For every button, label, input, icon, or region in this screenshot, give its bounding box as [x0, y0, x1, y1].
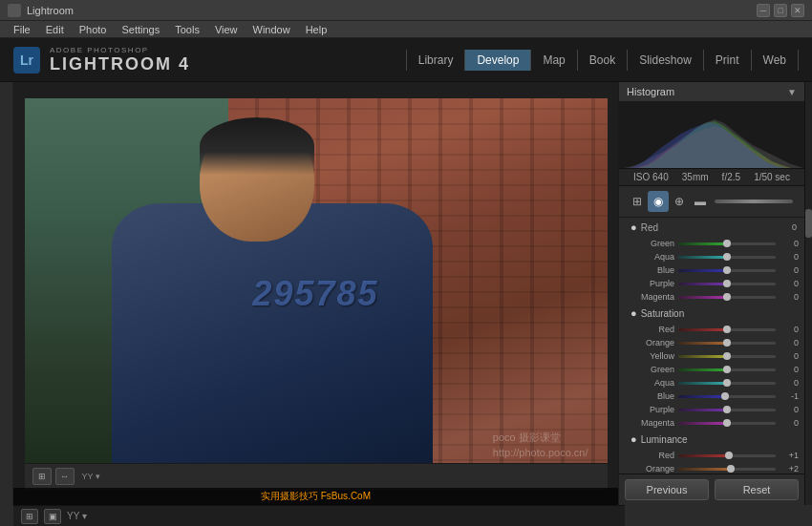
- tab-map[interactable]: Map: [531, 50, 577, 71]
- histogram-title: Histogram: [627, 86, 674, 97]
- poco-line1: poco 摄影课堂: [493, 430, 588, 446]
- hue-red-value: 0: [792, 222, 797, 232]
- zoom-button[interactable]: ⊞: [32, 468, 52, 485]
- view-label: YY ▾: [67, 511, 87, 521]
- hue-purple-slider[interactable]: [678, 283, 776, 285]
- sat-magenta-row: Magenta 0: [619, 416, 804, 430]
- hue-magenta-row: Magenta 0: [619, 290, 804, 304]
- grid-view-button[interactable]: ⊞: [21, 509, 38, 524]
- hue-blue-slider[interactable]: [678, 269, 776, 272]
- histogram-toggle[interactable]: ▼: [787, 87, 797, 97]
- sat-yellow-slider[interactable]: [678, 355, 776, 358]
- sat-blue-value: -1: [780, 391, 799, 401]
- hue-green-slider[interactable]: [678, 242, 776, 245]
- circle-icon[interactable]: ◉: [648, 191, 669, 212]
- brand-main-label: LIGHTROOM 4: [50, 54, 190, 74]
- sat-aqua-row: Aqua 0: [619, 376, 804, 389]
- hue-aqua-value: 0: [780, 252, 799, 262]
- hue-green-value: 0: [780, 239, 799, 248]
- tab-slideshow[interactable]: Slideshow: [628, 50, 704, 71]
- nav-tabs: Library Develop Map Book Slideshow Print…: [406, 50, 799, 71]
- lum-orange-value: +2: [780, 464, 799, 473]
- menu-edit[interactable]: Edit: [38, 24, 72, 35]
- sat-green-slider[interactable]: [678, 368, 776, 371]
- window-controls: ─ □ ✕: [757, 4, 804, 17]
- menu-window[interactable]: Window: [246, 24, 298, 35]
- sliders-icon[interactable]: ▬: [690, 191, 711, 212]
- previous-button[interactable]: Previous: [625, 479, 709, 500]
- main-slider[interactable]: [715, 200, 793, 203]
- menu-tools[interactable]: Tools: [167, 24, 207, 35]
- lum-orange-label: Orange: [625, 464, 674, 473]
- left-panel: [0, 82, 13, 505]
- header-bar: Lr ADOBE PHOTOSHOP LIGHTROOM 4 Library D…: [0, 38, 812, 82]
- tab-library[interactable]: Library: [406, 50, 466, 71]
- restore-button[interactable]: □: [774, 4, 787, 17]
- hue-toggle-icon: ●: [630, 221, 637, 233]
- hue-blue-value: 0: [780, 265, 799, 275]
- sat-aqua-slider[interactable]: [678, 382, 776, 385]
- menu-settings[interactable]: Settings: [114, 24, 167, 35]
- sat-blue-slider[interactable]: [678, 395, 776, 398]
- hue-aqua-slider[interactable]: [678, 256, 776, 259]
- sat-red-row: Red 0: [619, 323, 804, 336]
- zoom-value: YY ▾: [82, 472, 100, 481]
- sat-magenta-slider[interactable]: [678, 422, 776, 425]
- tab-book[interactable]: Book: [578, 50, 628, 71]
- sat-red-slider[interactable]: [678, 328, 776, 331]
- scrollbar-thumb[interactable]: [805, 209, 812, 238]
- hue-purple-label: Purple: [625, 279, 674, 288]
- hue-purple-value: 0: [780, 279, 799, 288]
- target-icon[interactable]: ⊕: [669, 191, 690, 212]
- hue-magenta-value: 0: [780, 292, 799, 302]
- lum-red-row: Red +1: [619, 449, 804, 462]
- poco-line2: http://photo.poco.cn/: [493, 445, 588, 461]
- luminance-toggle-icon: ●: [630, 433, 637, 445]
- photo-person-hair: [200, 117, 314, 175]
- hue-green-row: Green 0: [619, 237, 804, 250]
- sat-blue-label: Blue: [625, 391, 674, 401]
- menu-view[interactable]: View: [207, 24, 246, 35]
- loupe-view-button[interactable]: ▣: [44, 509, 61, 524]
- tab-web[interactable]: Web: [752, 50, 799, 71]
- fsbuscom-label: 实用摄影技巧 FsBus.CoM: [13, 488, 618, 505]
- sat-yellow-label: Yellow: [625, 351, 674, 361]
- hue-purple-row: Purple 0: [619, 277, 804, 290]
- poco-watermark: poco 摄影课堂 http://photo.poco.cn/: [493, 430, 588, 461]
- lr-badge: Lr: [13, 47, 40, 74]
- menu-file[interactable]: File: [6, 24, 38, 35]
- sat-orange-label: Orange: [625, 338, 674, 347]
- exif-aperture: f/2.5: [722, 172, 740, 182]
- luminance-section-header[interactable]: ● Luminance: [619, 430, 804, 449]
- sat-purple-label: Purple: [625, 405, 674, 414]
- hue-green-label: Green: [625, 239, 674, 248]
- status-bar: ⊞ ▣ YY ▾: [13, 505, 625, 526]
- hue-section-header[interactable]: ● Red 0: [619, 218, 804, 237]
- right-scrollbar[interactable]: [804, 82, 812, 505]
- grid-icon[interactable]: ⊞: [627, 191, 648, 212]
- hue-magenta-slider[interactable]: [678, 296, 776, 299]
- luminance-label: Luminance: [641, 434, 688, 445]
- menu-help[interactable]: Help: [298, 24, 335, 35]
- saturation-section-header[interactable]: ● Saturation: [619, 304, 804, 323]
- close-button[interactable]: ✕: [791, 4, 804, 17]
- sat-purple-slider[interactable]: [678, 409, 776, 411]
- tab-develop[interactable]: Develop: [465, 50, 531, 71]
- slider-area[interactable]: ● Red 0 Green 0 Aqua 0: [619, 218, 804, 473]
- sat-aqua-label: Aqua: [625, 378, 674, 388]
- lum-orange-slider[interactable]: [678, 468, 776, 471]
- lum-red-slider[interactable]: [678, 454, 776, 457]
- sat-orange-slider[interactable]: [678, 342, 776, 345]
- photo-bottom-toolbar: ⊞ ↔ YY ▾: [25, 463, 608, 490]
- hue-section-label: Red: [641, 222, 658, 233]
- menu-bar: File Edit Photo Settings Tools View Wind…: [0, 21, 812, 38]
- hue-blue-row: Blue 0: [619, 263, 804, 277]
- tab-print[interactable]: Print: [704, 50, 752, 71]
- menu-photo[interactable]: Photo: [72, 24, 115, 35]
- photo-person-jacket: [112, 203, 433, 489]
- fit-button[interactable]: ↔: [55, 468, 75, 485]
- reset-button[interactable]: Reset: [715, 479, 799, 500]
- saturation-label: Saturation: [641, 308, 685, 319]
- minimize-button[interactable]: ─: [757, 4, 770, 17]
- tool-icons-row: ⊞ ◉ ⊕ ▬: [619, 186, 804, 218]
